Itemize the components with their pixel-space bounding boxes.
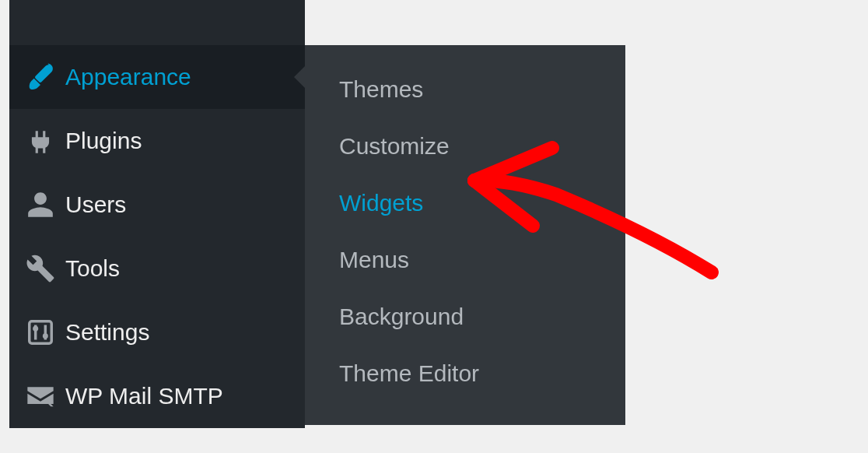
svg-rect-0: [30, 321, 52, 344]
plug-icon: [23, 124, 58, 158]
paintbrush-icon: [23, 60, 58, 94]
submenu-item-label: Widgets: [339, 190, 423, 216]
submenu-item-background[interactable]: Background: [305, 288, 625, 345]
submenu-item-label: Theme Editor: [339, 360, 479, 387]
sidebar-item-label: Users: [65, 191, 126, 218]
submenu-item-widgets[interactable]: Widgets: [305, 174, 625, 231]
sidebar-item-label: Tools: [65, 255, 120, 282]
submenu-item-label: Themes: [339, 76, 423, 103]
admin-sidebar: Appearance Plugins Users Tools: [9, 0, 305, 428]
sidebar-item-wp-mail-smtp[interactable]: WP Mail SMTP: [9, 364, 305, 428]
submenu-item-themes[interactable]: Themes: [305, 61, 625, 118]
sidebar-item-tools[interactable]: Tools: [9, 237, 305, 300]
sliders-icon: [23, 315, 58, 349]
mail-icon: [23, 379, 58, 413]
submenu-item-theme-editor[interactable]: Theme Editor: [305, 345, 625, 402]
sidebar-item-label: Plugins: [65, 128, 142, 154]
sidebar-item-label: Settings: [65, 319, 149, 346]
sidebar-item-settings[interactable]: Settings: [9, 300, 305, 364]
submenu-item-label: Menus: [339, 247, 409, 273]
submenu-item-label: Background: [339, 304, 464, 330]
submenu-item-menus[interactable]: Menus: [305, 231, 625, 288]
wrench-icon: [23, 251, 58, 286]
svg-point-4: [43, 333, 48, 339]
sidebar-item-label: WP Mail SMTP: [65, 383, 223, 409]
sidebar-item-appearance[interactable]: Appearance: [9, 45, 305, 109]
submenu-item-label: Customize: [339, 133, 450, 160]
sidebar-item-users[interactable]: Users: [9, 173, 305, 237]
sidebar-item-label: Appearance: [65, 64, 191, 90]
user-icon: [23, 188, 58, 222]
submenu-item-customize[interactable]: Customize: [305, 118, 625, 174]
svg-point-3: [33, 326, 38, 332]
sidebar-item-plugins[interactable]: Plugins: [9, 109, 305, 173]
appearance-submenu: Themes Customize Widgets Menus Backgroun…: [305, 45, 625, 425]
